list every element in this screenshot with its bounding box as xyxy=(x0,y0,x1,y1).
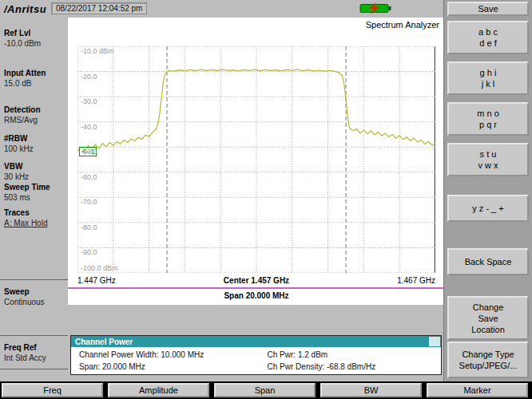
battery-charging-icon xyxy=(359,2,396,14)
param-value: RMS/Avg xyxy=(4,116,66,125)
ch-pwr-density-label: Ch Pwr Density: xyxy=(268,362,325,371)
center-frequency-label: Center 1.457 GHz xyxy=(77,276,435,285)
softkey-abc-def[interactable]: a b c d e f xyxy=(447,21,529,54)
softkey-mno-pqr[interactable]: m n o p q r xyxy=(447,102,529,136)
ch-pwr-label: Ch Pwr: xyxy=(268,350,296,359)
cp-width-readout: Channel Power Width: 10.000 MHz xyxy=(79,349,268,361)
param-value: Continuous xyxy=(4,298,66,307)
softkey-stu-vwx[interactable]: s t u v w x xyxy=(447,143,529,176)
y-axis-label: -50.0 xyxy=(81,148,97,156)
y-axis-label: -90.0 xyxy=(81,248,97,256)
y-axis-label: -30.0 xyxy=(81,97,97,105)
parameter-panel: Ref Lvl -10.0 dBm Input Atten 15.0 dB De… xyxy=(0,18,68,381)
ch-pwr-density-readout: Ch Pwr Density: -68.8 dBm/Hz xyxy=(268,361,441,373)
channel-power-header: Channel Power xyxy=(71,336,441,347)
y-axis-label: -80.0 xyxy=(81,223,97,231)
param-value: Int Std Accy xyxy=(4,354,66,363)
softkey-save[interactable]: Save xyxy=(447,2,529,16)
y-axis-label: -100.0 dBm xyxy=(81,264,118,272)
mode-title: Spectrum Analyzer xyxy=(366,20,439,30)
header-end-cap xyxy=(429,337,440,346)
param-label: Ref Lvl xyxy=(4,29,66,38)
param-label: VBW xyxy=(4,162,66,172)
softkey-back-space[interactable]: Back Space xyxy=(447,248,529,275)
y-axis-label: -70.0 xyxy=(81,198,97,206)
param-freq-ref: Freq Ref Int Std Accy xyxy=(4,343,66,363)
softkey-panel: Save a b c d e f g h i j k l m n o p q r… xyxy=(443,0,532,381)
param-value: -10.0 dBm xyxy=(4,39,66,49)
main-menu-bar: Freq Amplitude Span BW Marker xyxy=(0,381,532,399)
param-vbw: VBW 30 kHz xyxy=(4,162,66,182)
spectrum-analyzer-screen: /Anritsu 08/22/2017 12:04:52 pm Ref Lvl … xyxy=(0,0,532,399)
menu-button-amplitude[interactable]: Amplitude xyxy=(108,383,209,397)
menu-button-span[interactable]: Span xyxy=(214,383,316,397)
softkey-yz-symbols[interactable]: y z - _ + xyxy=(447,195,529,222)
param-label: Sweep xyxy=(4,287,66,297)
param-value: 503 ms xyxy=(4,193,66,203)
softkey-change-type[interactable]: Change Type Setup/JPEG/... xyxy=(447,342,529,378)
cp-span-readout: Span: 20.000 MHz xyxy=(79,361,268,373)
param-ref-level: Ref Lvl -10.0 dBm xyxy=(4,29,66,49)
y-axis-label: -60.0 xyxy=(81,173,97,181)
param-label: Traces xyxy=(4,208,66,218)
param-rbw: #RBW 100 kHz xyxy=(4,134,66,154)
top-status-bar: /Anritsu 08/22/2017 12:04:52 pm xyxy=(0,0,443,18)
softkey-change-save-location[interactable]: Change Save Location xyxy=(447,296,529,340)
x-axis-labels: 1.447 GHz Center 1.457 GHz 1.467 GHz xyxy=(77,276,435,286)
y-axis-label: -10.0 dBm xyxy=(81,47,114,55)
param-label: #RBW xyxy=(4,134,66,144)
frequency-scale-line xyxy=(68,287,443,289)
y-axis-label: -40.0 xyxy=(81,123,97,131)
cp-span-label: Span: xyxy=(79,362,100,371)
param-value: 100 kHz xyxy=(4,144,66,154)
param-sweep-mode: Sweep Continuous xyxy=(4,287,66,307)
ch-pwr-density-value: -68.8 dBm/Hz xyxy=(327,362,375,371)
divider xyxy=(0,369,68,369)
ch-pwr-value: 1.2 dBm xyxy=(298,350,328,359)
stop-frequency-label: 1.467 GHz xyxy=(397,276,435,285)
menu-button-bw[interactable]: BW xyxy=(320,383,422,397)
menu-button-marker[interactable]: Marker xyxy=(427,383,528,397)
param-input-atten: Input Atten 15.0 dB xyxy=(4,69,66,89)
channel-power-body: Channel Power Width: 10.000 MHz Span: 20… xyxy=(71,347,441,373)
spectrum-display: Spectrum Analyzer <--1 -10.0 dBm -20.0 -… xyxy=(68,18,443,305)
param-value: 30 kHz xyxy=(4,172,66,182)
param-value: 15.0 dB xyxy=(4,79,66,89)
channel-power-title: Channel Power xyxy=(75,338,133,346)
ch-pwr-readout: Ch Pwr: 1.2 dBm xyxy=(268,349,441,361)
param-label: Input Atten xyxy=(4,69,66,78)
divider xyxy=(0,279,68,280)
graticule: <--1 xyxy=(77,46,435,273)
param-traces: Traces A: Max Hold xyxy=(4,208,66,228)
menu-button-freq[interactable]: Freq xyxy=(2,383,103,397)
param-label: Sweep Time xyxy=(4,183,66,192)
divider xyxy=(0,335,68,336)
cp-width-value: 10.000 MHz xyxy=(161,350,204,359)
param-value: A: Max Hold xyxy=(4,219,66,228)
cp-span-value: 20.000 MHz xyxy=(102,362,145,371)
anritsu-logo: /Anritsu xyxy=(4,3,46,15)
channel-power-panel: Channel Power Channel Power Width: 10.00… xyxy=(70,335,442,375)
cp-width-label: Channel Power Width: xyxy=(79,350,159,359)
softkey-ghi-jkl[interactable]: g h i j k l xyxy=(447,61,529,95)
y-axis-label: -20.0 xyxy=(81,73,97,81)
param-detection: Detection RMS/Avg xyxy=(4,105,66,125)
trace-plot xyxy=(77,46,435,273)
datetime-display: 08/22/2017 12:04:52 pm xyxy=(51,2,147,14)
param-label: Freq Ref xyxy=(4,343,66,353)
span-label: Span 20.000 MHz xyxy=(77,291,435,300)
param-label: Detection xyxy=(4,105,66,115)
param-sweep-time: Sweep Time 503 ms xyxy=(4,183,66,203)
